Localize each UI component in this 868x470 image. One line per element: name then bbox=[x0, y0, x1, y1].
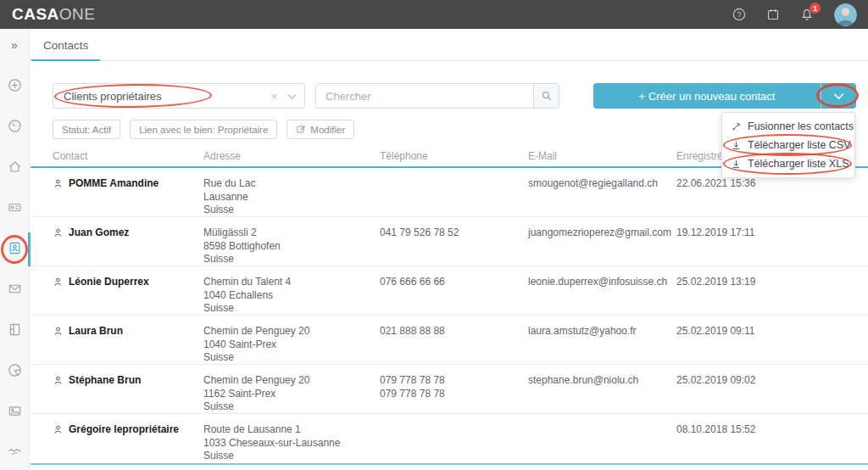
ledger-icon bbox=[8, 322, 22, 340]
table-row[interactable]: Juan GomezMüligässli 28598 BottighofenSu… bbox=[31, 217, 868, 266]
address-cell: Müligässli 28598 BottighofenSuisse bbox=[203, 227, 380, 266]
sidebar-item-contacts[interactable] bbox=[0, 229, 30, 270]
address-line: 8598 Bottighofen bbox=[203, 240, 380, 254]
search-input[interactable] bbox=[316, 84, 533, 108]
tab-bar: Contacts bbox=[30, 29, 868, 61]
address-cell: Rue du LacLausanneSuisse bbox=[203, 177, 380, 217]
address-line: Lausanne bbox=[203, 191, 380, 204]
table-row[interactable]: Laura BrunChemin de Penguey 201040 Saint… bbox=[31, 316, 868, 365]
filter-chip-1[interactable]: Statut: Actif bbox=[53, 120, 120, 139]
sidebar-item-messages[interactable] bbox=[0, 270, 30, 311]
plus-circle-icon bbox=[8, 78, 22, 96]
contact-name: Juan Gomez bbox=[69, 227, 129, 238]
create-contact-button[interactable]: + Créer un nouveau contact bbox=[593, 83, 821, 109]
filter-chip-label: Modifier bbox=[310, 125, 345, 135]
logo-bold: CASA bbox=[12, 5, 59, 23]
menu-item-label: Télécharger liste XLS bbox=[748, 158, 849, 170]
sidebar-item-add[interactable] bbox=[0, 66, 30, 107]
table-row[interactable]: Stéphane BrunChemin de Penguey 201162 Sa… bbox=[31, 365, 868, 414]
notification-badge: 1 bbox=[810, 3, 821, 14]
phone-line: 041 79 526 78 52 bbox=[380, 227, 528, 240]
column-header[interactable]: Contact bbox=[53, 150, 203, 162]
registered-cell: 25.02.2019 13:19 bbox=[676, 276, 868, 316]
contact-name-cell: Laura Brun bbox=[53, 325, 203, 365]
person-icon bbox=[53, 375, 64, 386]
download-icon bbox=[731, 159, 742, 170]
address-cell: Chemin du Talent 41040 EchallensSuisse bbox=[203, 276, 380, 316]
toolbar: Clients propriétaires × + Créer un nouve… bbox=[53, 83, 856, 109]
address-line: Chemin de Penguey 20 bbox=[203, 374, 380, 388]
contact-name: Grégoire lepropriétaire bbox=[69, 423, 179, 435]
sidebar-item-partners[interactable] bbox=[0, 433, 30, 470]
sidebar-item-reports[interactable] bbox=[0, 351, 30, 392]
filter-chip-3[interactable]: Modifier bbox=[287, 120, 354, 139]
address-line: 1040 Saint-Prex bbox=[203, 339, 380, 352]
filter-chips: Statut: ActifLien avec le bien: Propriét… bbox=[53, 120, 354, 139]
phone-line: 079 778 78 78 bbox=[380, 374, 528, 388]
filter-chip-2[interactable]: Lien avec le bien: Propriétaire bbox=[130, 120, 277, 139]
email-cell: leonie.duperrex@infosuisse.ch bbox=[528, 276, 676, 316]
sidebar-nav bbox=[0, 66, 29, 470]
phone-line: 079 778 78 78 bbox=[380, 388, 528, 401]
phone-cell bbox=[380, 177, 528, 217]
table-row[interactable]: Léonie DuperrexChemin du Talent 41040 Ec… bbox=[31, 266, 868, 316]
address-line: Suisse bbox=[203, 253, 380, 266]
address-line: Suisse bbox=[203, 351, 380, 365]
contacts-table: ContactAdresseTéléphoneE-MailEnregistré … bbox=[31, 146, 868, 465]
column-header[interactable]: Téléphone bbox=[380, 150, 528, 162]
sidebar-item-properties[interactable] bbox=[0, 188, 30, 229]
address-line: Suisse bbox=[203, 204, 380, 217]
person-icon bbox=[53, 178, 64, 189]
user-avatar[interactable] bbox=[834, 3, 857, 26]
gauge-icon bbox=[8, 119, 22, 137]
merge-icon bbox=[731, 121, 742, 132]
menu-item-download-csv[interactable]: Télécharger liste CSV bbox=[722, 136, 854, 154]
menu-item-merge-contacts[interactable]: Fusionner les contacts bbox=[722, 117, 854, 136]
handshake-icon bbox=[8, 445, 22, 462]
segment-filter-select[interactable]: Clients propriétaires × bbox=[53, 83, 305, 109]
menu-item-download-xls[interactable]: Télécharger liste XLS bbox=[722, 154, 854, 173]
contact-name: Léonie Duperrex bbox=[69, 276, 149, 288]
clear-icon[interactable]: × bbox=[270, 90, 277, 103]
tab-contacts[interactable]: Contacts bbox=[31, 39, 100, 61]
contact-name-cell: Stéphane Brun bbox=[53, 374, 203, 414]
address-line: Suisse bbox=[203, 400, 380, 414]
column-header[interactable]: E-Mail bbox=[528, 150, 676, 162]
column-header[interactable]: Adresse bbox=[203, 150, 380, 162]
app-window: CASAONE ? 1 » Contacts Clients propriéta… bbox=[0, 0, 868, 470]
chevron-down-icon[interactable] bbox=[287, 93, 297, 100]
calendar-icon[interactable] bbox=[766, 8, 780, 21]
menu-item-label: Télécharger liste CSV bbox=[748, 139, 851, 151]
person-icon bbox=[53, 424, 64, 435]
table-body: POMME AmandineRue du LacLausanneSuissesm… bbox=[31, 168, 868, 465]
person-icon bbox=[53, 277, 64, 288]
address-line: Route de Lausanne 1 bbox=[203, 423, 380, 437]
address-line: Chemin de Penguey 20 bbox=[203, 325, 380, 339]
sidebar-item-home[interactable] bbox=[0, 148, 30, 188]
search-box bbox=[315, 83, 559, 109]
registered-cell: 25.02.2019 09:02 bbox=[676, 374, 868, 414]
sidebar-expand-toggle[interactable]: » bbox=[0, 29, 29, 61]
registered-cell: 25.02.2019 09:11 bbox=[676, 325, 868, 365]
search-button[interactable] bbox=[533, 84, 559, 108]
help-icon[interactable]: ? bbox=[732, 8, 746, 21]
download-icon bbox=[731, 140, 742, 151]
sidebar-item-documents[interactable] bbox=[0, 311, 30, 351]
address-line: Müligässli 2 bbox=[203, 227, 380, 240]
table-row[interactable]: Grégoire lepropriétaireRoute de Lausanne… bbox=[31, 414, 868, 463]
bell-icon[interactable]: 1 bbox=[800, 8, 814, 21]
menu-item-label: Fusionner les contacts bbox=[748, 120, 854, 132]
email-cell: juangomezrioperez@gmail.com bbox=[528, 227, 676, 266]
contacts-book-icon bbox=[8, 241, 22, 259]
pie-chart-icon bbox=[8, 363, 22, 381]
create-contact-menu-toggle[interactable] bbox=[821, 83, 856, 109]
sidebar-item-gallery[interactable] bbox=[0, 392, 30, 433]
phone-cell: 079 778 78 78079 778 78 78 bbox=[380, 374, 528, 414]
svg-text:?: ? bbox=[737, 10, 742, 19]
contact-name: POMME Amandine bbox=[69, 177, 159, 189]
phone-line: 076 666 66 66 bbox=[380, 276, 528, 289]
email-cell: stephane.brun@niolu.ch bbox=[528, 374, 676, 414]
address-line: Rue du Lac bbox=[203, 177, 380, 191]
logo-light: ONE bbox=[59, 5, 96, 23]
sidebar-item-dashboard[interactable] bbox=[0, 107, 30, 148]
